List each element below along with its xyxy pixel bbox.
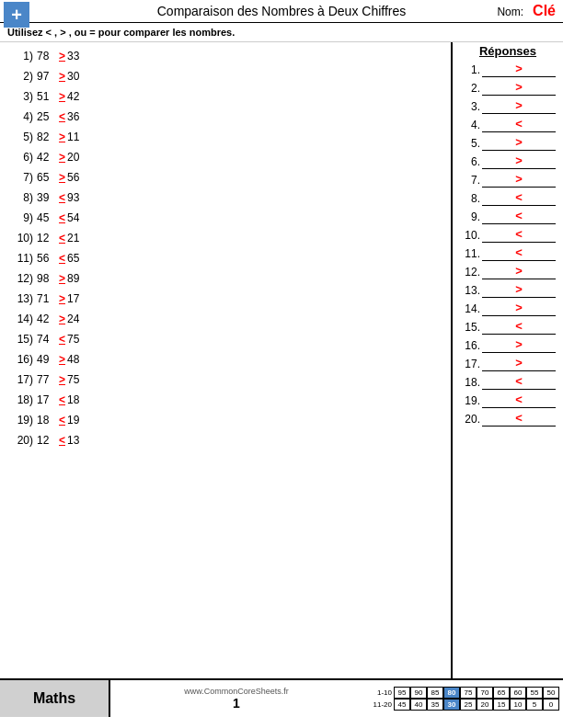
answers-section: Réponses 1.>2.>3.>4.<5.>6.>7.>8.<9.<10.<… [453,42,563,678]
comparison-symbol: > [59,270,65,287]
instructions-text: Utilisez < , > , ou = pour comparer les … [7,27,235,38]
problem-number: 18) [7,392,33,408]
comparison-symbol: < [59,432,65,449]
answer-line: > [482,282,556,298]
score-cell: 90 [410,687,427,699]
answer-symbol: < [515,411,523,425]
score-cell: 55 [526,687,543,699]
answer-symbol: > [515,282,523,296]
number-a: 12 [37,432,57,449]
score-cell: 25 [460,699,477,711]
problem-row: 9)45<54 [7,210,443,226]
problem-row: 19)18<19 [7,412,443,428]
answer-symbol: > [515,172,523,186]
problem-row: 1)78>33 [7,48,443,64]
answer-row: 13.> [460,282,556,298]
instructions: Utilisez < , > , ou = pour comparer les … [0,23,563,42]
number-a: 39 [37,189,57,206]
score-row-1: 1-1095908580757065605550 [366,687,559,699]
number-b: 48 [67,351,87,368]
comparison-symbol: > [59,371,65,388]
answer-row: 18.< [460,374,556,390]
answer-line: > [482,301,556,316]
answer-row: 7.> [460,172,556,188]
answer-number: 13. [460,284,480,297]
score-cell: 50 [543,687,559,699]
problem-row: 2)97>30 [7,68,443,85]
problem-number: 12) [7,270,33,287]
answer-row: 20.< [460,411,556,427]
score-cell: 5 [526,699,543,711]
answer-line: < [482,319,556,335]
number-a: 42 [37,149,57,165]
score-cell: 95 [394,687,410,699]
problem-row: 12)98>89 [7,270,443,287]
answer-line: < [482,392,556,408]
number-a: 71 [37,290,57,307]
problem-number: 5) [7,129,33,145]
answer-line: > [482,172,556,188]
answer-row: 16.> [460,337,556,353]
number-a: 18 [37,412,57,428]
comparison-symbol: > [59,149,65,165]
problem-row: 15)74<75 [7,331,443,347]
answer-number: 14. [460,302,480,315]
number-b: 54 [67,210,87,226]
answer-line: > [482,337,556,353]
problem-number: 15) [7,331,33,347]
score-cell: 15 [493,699,510,711]
problem-row: 13)71>17 [7,290,443,307]
score-cell: 20 [477,699,493,711]
nom-label: Nom: Clé [497,3,556,19]
problem-row: 16)49>48 [7,351,443,368]
number-b: 18 [67,392,87,408]
answer-row: 1.> [460,62,556,77]
problem-row: 6)42>20 [7,149,443,165]
score-cell: 10 [510,699,526,711]
number-a: 49 [37,351,57,368]
score-range-label: 1-10 [366,688,392,697]
answer-line: < [482,190,556,206]
answer-row: 19.< [460,392,556,408]
answer-number: 2. [460,82,480,95]
number-a: 25 [37,108,57,125]
number-b: 42 [67,88,87,105]
number-b: 75 [67,331,87,347]
problem-number: 10) [7,230,33,246]
problem-number: 14) [7,311,33,327]
problem-row: 8)39<93 [7,189,443,206]
problem-number: 19) [7,412,33,428]
number-a: 77 [37,371,57,388]
answer-line: > [482,98,556,114]
problem-number: 7) [7,169,33,186]
comparison-symbol: > [59,169,65,186]
logo: + [4,2,29,28]
answer-number: 17. [460,358,480,370]
answer-row: 14.> [460,301,556,316]
answer-symbol: < [515,392,523,406]
answer-row: 2.> [460,80,556,96]
comparison-symbol: > [59,129,65,145]
score-cell: 65 [493,687,510,699]
answer-symbol: < [515,319,523,333]
number-b: 11 [67,129,87,145]
answer-symbol: > [515,80,523,94]
answer-symbol: < [515,227,523,241]
answer-row: 6.> [460,154,556,169]
answer-line: < [482,209,556,224]
score-cell: 60 [510,687,526,699]
number-b: 20 [67,149,87,165]
answer-line: < [482,227,556,243]
page-title: Comparaison des Nombres à Deux Chiffres [157,4,407,18]
score-cell: 45 [394,699,410,711]
footer-maths-label: Maths [0,680,110,717]
comparison-symbol: > [59,68,65,85]
answer-number: 8. [460,192,480,205]
number-b: 33 [67,48,87,64]
answer-row: 15.< [460,319,556,335]
comparison-symbol: < [59,331,65,347]
answer-number: 7. [460,174,480,187]
answer-line: > [482,80,556,96]
comparison-symbol: > [59,290,65,307]
answer-line: > [482,264,556,279]
